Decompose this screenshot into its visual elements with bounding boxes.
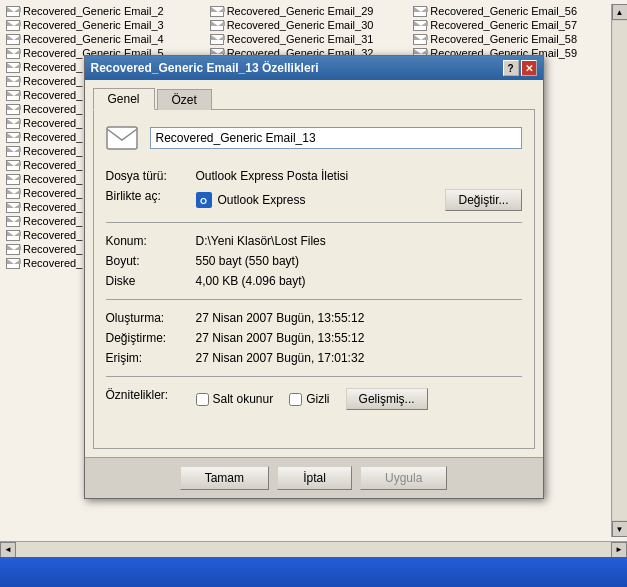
accessed-row: Erişim: 27 Nisan 2007 Bugün, 17:01:32 [106, 348, 522, 368]
modified-row: Değiştirme: 27 Nisan 2007 Bugün, 13:55:1… [106, 328, 522, 348]
accessed-label: Erişim: [106, 351, 196, 365]
apply-button[interactable]: Uygula [360, 466, 447, 490]
divider-1 [106, 222, 522, 223]
attributes-row: Öznitelikler: Salt okunur Gizli Gelişmiş… [106, 385, 522, 413]
divider-2 [106, 299, 522, 300]
created-label: Oluşturma: [106, 311, 196, 325]
tab-ozet[interactable]: Özet [157, 89, 212, 110]
divider-3 [106, 376, 522, 377]
attributes-label: Öznitelikler: [106, 388, 196, 402]
properties-dialog: Recovered_Generic Email_13 Özellikleri ?… [84, 55, 544, 499]
size-label: Boyut: [106, 254, 196, 268]
dialog-body: Genel Özet Dosya türü: Outlook Exp [85, 80, 543, 457]
created-row: Oluşturma: 27 Nisan 2007 Bugün, 13:55:12 [106, 308, 522, 328]
size-row: Boyut: 550 bayt (550 bayt) [106, 251, 522, 271]
size-value: 550 bayt (550 bayt) [196, 254, 522, 268]
location-label: Konum: [106, 234, 196, 248]
hidden-label: Gizli [306, 392, 329, 406]
change-button[interactable]: Değiştir... [445, 189, 521, 211]
file-type-label: Dosya türü: [106, 169, 196, 183]
dialog-footer: Tamam İptal Uygula [85, 457, 543, 498]
dialog-titlebar: Recovered_Generic Email_13 Özellikleri ?… [85, 56, 543, 80]
ok-button[interactable]: Tamam [180, 466, 269, 490]
modified-value: 27 Nisan 2007 Bugün, 13:55:12 [196, 331, 522, 345]
cancel-button[interactable]: İptal [277, 466, 352, 490]
svg-rect-0 [107, 127, 137, 149]
help-button[interactable]: ? [503, 60, 519, 76]
outlook-icon: O [196, 192, 212, 208]
tab-bar: Genel Özet [93, 88, 535, 110]
disk-value: 4,00 KB (4.096 bayt) [196, 274, 522, 288]
tab-content-genel: Dosya türü: Outlook Express Posta İletis… [93, 109, 535, 449]
big-email-icon [106, 122, 138, 154]
file-type-value: Outlook Express Posta İletisi [196, 169, 522, 183]
accessed-value: 27 Nisan 2007 Bugün, 17:01:32 [196, 351, 522, 365]
location-value: D:\Yeni Klasör\Lost Files [196, 234, 522, 248]
attributes-checkboxes: Salt okunur Gizli Gelişmiş... [196, 388, 428, 410]
created-value: 27 Nisan 2007 Bugün, 13:55:12 [196, 311, 522, 325]
filename-input[interactable] [150, 127, 522, 149]
hidden-checkbox[interactable] [289, 393, 302, 406]
open-with-value-area: O Outlook Express Değiştir... [196, 189, 522, 211]
dialog-title: Recovered_Generic Email_13 Özellikleri [91, 61, 503, 75]
location-row: Konum: D:\Yeni Klasör\Lost Files [106, 231, 522, 251]
disk-label: Diske [106, 274, 196, 288]
close-button[interactable]: ✕ [521, 60, 537, 76]
disk-row: Diske 4,00 KB (4.096 bayt) [106, 271, 522, 291]
modified-label: Değiştirme: [106, 331, 196, 345]
advanced-button[interactable]: Gelişmiş... [346, 388, 428, 410]
readonly-checkbox-item: Salt okunur [196, 392, 274, 406]
titlebar-buttons: ? ✕ [503, 60, 537, 76]
open-with-app: Outlook Express [218, 193, 440, 207]
readonly-label: Salt okunur [213, 392, 274, 406]
open-with-row: Birlikte aç: O Outlook Express Değiştir.… [106, 186, 522, 214]
file-type-row: Dosya türü: Outlook Express Posta İletis… [106, 166, 522, 186]
readonly-checkbox[interactable] [196, 393, 209, 406]
file-header [106, 122, 522, 154]
open-with-label: Birlikte aç: [106, 189, 196, 203]
tab-genel[interactable]: Genel [93, 88, 155, 110]
hidden-checkbox-item: Gizli [289, 392, 329, 406]
svg-text:O: O [200, 196, 207, 206]
modal-overlay: Recovered_Generic Email_13 Özellikleri ?… [0, 0, 627, 587]
